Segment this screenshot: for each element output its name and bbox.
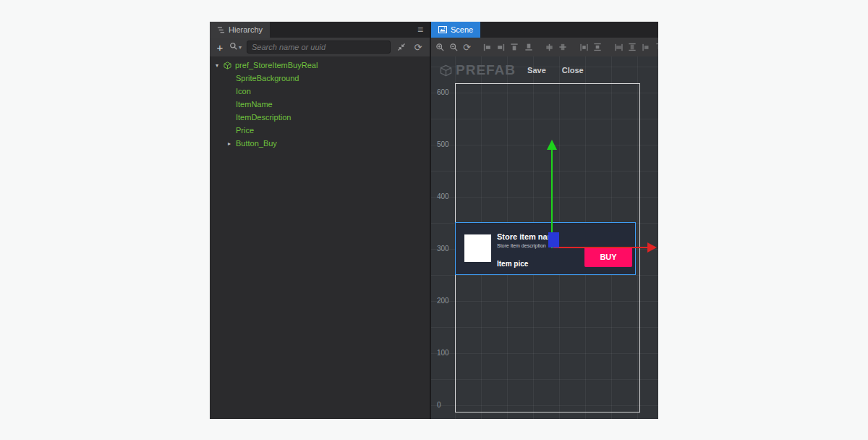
ruler-label: 500 (437, 140, 449, 148)
tree-node[interactable]: Price (210, 124, 430, 137)
store-item-node[interactable]: Store item name Store item description I… (455, 222, 636, 275)
prefab-icon (440, 64, 452, 77)
stretch-horizontal-icon[interactable] (614, 42, 624, 52)
hierarchy-tree: ▾ pref_StoreItemBuyReal SpriteBackground… (210, 56, 430, 419)
buy-button-label: BUY (600, 253, 616, 261)
align-bottom-icon[interactable] (523, 43, 533, 52)
tree-node-root[interactable]: ▾ pref_StoreItemBuyReal (210, 59, 430, 72)
tree-node-label: Button_Buy (236, 139, 277, 148)
tree-node-label: Price (236, 126, 254, 135)
buy-button[interactable]: BUY (584, 247, 632, 267)
item-icon-placeholder[interactable] (464, 234, 491, 262)
item-price-text: Item pice (497, 260, 528, 268)
align-center-vertical-icon[interactable] (558, 43, 568, 52)
tab-scene[interactable]: Scene (431, 22, 480, 38)
align-top-icon[interactable] (509, 43, 519, 52)
ruler-label: 300 (437, 245, 449, 253)
save-button[interactable]: Save (527, 66, 546, 75)
reset-view-icon[interactable]: ⟳ (463, 43, 471, 52)
zoom-out-icon[interactable] (449, 42, 459, 52)
align-center-horizontal-icon[interactable] (545, 42, 554, 52)
panel-menu-icon[interactable]: ≡ (411, 22, 430, 38)
gizmo-y-arrowhead-icon[interactable] (547, 140, 557, 150)
prefab-icon (224, 62, 231, 69)
hierarchy-tabbar: Hierarchy ≡ (210, 22, 430, 38)
tree-node[interactable]: ItemDescription (210, 111, 430, 124)
tree-node-label: Icon (236, 87, 251, 96)
tree-node-label: ItemName (236, 100, 273, 109)
search-icon (229, 41, 238, 54)
ruler-label: 100 (437, 349, 449, 357)
caret-down-icon[interactable]: ▾ (216, 62, 224, 69)
ruler-label: 200 (437, 297, 449, 305)
scene-toolbar: ⟳ (431, 38, 658, 56)
gizmo-xy-plane-handle[interactable] (548, 232, 559, 248)
tree-node[interactable]: Icon (210, 85, 430, 98)
close-button[interactable]: Close (562, 66, 584, 75)
stretch-vertical-icon[interactable] (627, 43, 637, 52)
distribute-horizontal-icon[interactable] (579, 42, 589, 52)
tab-hierarchy[interactable]: Hierarchy (210, 22, 270, 38)
ruler-label: 400 (437, 192, 449, 200)
expand-horizontal-icon[interactable] (642, 42, 651, 52)
prefab-mode-label: PREFAB (456, 62, 516, 78)
scene-image-icon (438, 26, 447, 33)
ruler-label: 0 (437, 401, 441, 409)
tabbar-spacer (270, 22, 411, 38)
scene-tabbar: Scene (431, 22, 658, 38)
refresh-icon[interactable]: ⟳ (412, 42, 424, 53)
hierarchy-toolbar: + ▾ ⟳ (210, 38, 430, 56)
tree-node-label: ItemDescription (236, 113, 291, 122)
scene-viewport[interactable]: 600 500 400 300 200 100 0 PREFAB Save Cl… (431, 56, 658, 419)
gizmo-x-arrowhead-icon[interactable] (647, 242, 657, 253)
filter-caret-icon: ▾ (239, 44, 242, 51)
expand-vertical-icon[interactable] (655, 43, 658, 52)
prefab-mode-bar: PREFAB Save Close (440, 62, 584, 78)
tree-node[interactable]: ItemName (210, 98, 430, 111)
ruler-label: 600 (437, 88, 449, 96)
hierarchy-tree-icon (217, 26, 225, 34)
search-box[interactable] (247, 41, 391, 54)
caret-right-icon[interactable]: ▸ (228, 140, 236, 147)
search-filter-button[interactable]: ▾ (229, 41, 242, 54)
add-node-button[interactable]: + (216, 42, 224, 53)
tree-node-label: SpriteBackground (236, 74, 299, 82)
editor-window: Hierarchy ≡ + ▾ ⟳ (210, 22, 658, 419)
collapse-all-icon[interactable] (396, 43, 407, 51)
align-left-icon[interactable] (482, 42, 492, 52)
desktop: Hierarchy ≡ + ▾ ⟳ (0, 0, 868, 440)
item-description-text: Store item description (497, 243, 546, 248)
tree-node-label: pref_StoreItemBuyReal (235, 61, 318, 69)
tree-node[interactable]: ▸ Button_Buy (210, 137, 430, 150)
tab-hierarchy-label: Hierarchy (229, 25, 263, 34)
search-input[interactable] (252, 43, 386, 51)
distribute-vertical-icon[interactable] (592, 43, 603, 52)
align-right-icon[interactable] (496, 42, 506, 52)
gizmo-x-axis[interactable] (553, 247, 648, 248)
zoom-in-icon[interactable] (435, 42, 445, 52)
hierarchy-panel: Hierarchy ≡ + ▾ ⟳ (210, 22, 430, 419)
tree-node[interactable]: SpriteBackground (210, 72, 430, 85)
tab-scene-label: Scene (451, 25, 473, 34)
scene-panel: Scene ⟳ (431, 22, 658, 419)
